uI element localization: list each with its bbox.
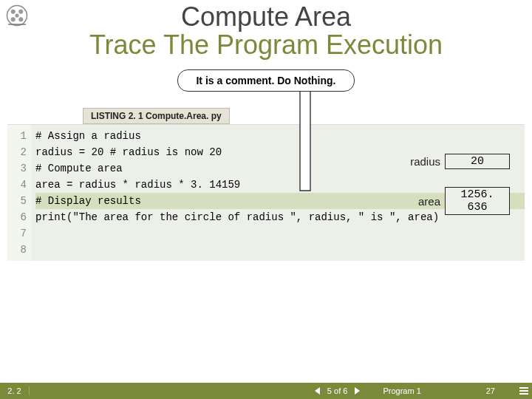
callout-tail xyxy=(299,92,311,195)
variable-value: 1256. 636 xyxy=(445,187,510,215)
menu-button[interactable] xyxy=(516,387,532,395)
code-line: # Assign a radius xyxy=(35,128,525,144)
svg-point-2 xyxy=(18,10,23,14)
line-number: 8 xyxy=(7,242,27,258)
svg-point-3 xyxy=(11,17,16,21)
line-number: 6 xyxy=(7,209,27,225)
page-number: 27 xyxy=(466,386,516,395)
svg-point-1 xyxy=(11,10,16,14)
variable-name: area xyxy=(418,195,440,208)
menu-bar-icon xyxy=(519,390,528,392)
triangle-left-icon xyxy=(315,387,320,395)
line-number: 4 xyxy=(7,177,27,193)
callout-box: It is a comment. Do Nothing. xyxy=(177,69,354,92)
line-gutter: 1 2 3 4 5 6 7 8 xyxy=(7,125,31,261)
variable-row: area 1256. 636 xyxy=(362,187,510,215)
callout: It is a comment. Do Nothing. xyxy=(0,69,532,92)
line-number: 2 xyxy=(7,144,27,160)
logo xyxy=(6,4,28,27)
title-line-2: Trace The Program Execution xyxy=(0,31,532,59)
listing-label: LISTING 2. 1 Compute.Area. py xyxy=(83,108,230,124)
variable-value: 20 xyxy=(445,154,510,169)
next-button[interactable] xyxy=(350,385,364,397)
slide-position: 5 of 6 xyxy=(327,386,348,395)
svg-point-4 xyxy=(18,17,23,21)
triangle-right-icon xyxy=(355,387,360,395)
program-label: Program 1 xyxy=(368,386,465,395)
variable-trace: radius 20 area 1256. 636 xyxy=(362,154,510,233)
variable-row: radius 20 xyxy=(362,154,510,169)
section-number: 2. 2 xyxy=(0,386,30,395)
prev-button[interactable] xyxy=(311,385,324,397)
slide-nav: 5 of 6 xyxy=(307,385,369,397)
menu-bar-icon xyxy=(519,387,528,389)
footer-bar: 2. 2 5 of 6 Program 1 27 xyxy=(0,383,532,399)
title-block: Compute Area Trace The Program Execution xyxy=(0,0,532,59)
menu-bar-icon xyxy=(519,393,528,395)
line-number: 1 xyxy=(7,128,27,144)
svg-point-5 xyxy=(15,13,18,17)
line-number: 5 xyxy=(7,193,27,209)
variable-name: radius xyxy=(410,155,440,168)
line-number: 3 xyxy=(7,160,27,177)
line-number: 7 xyxy=(7,225,27,242)
title-line-1: Compute Area xyxy=(0,3,532,31)
